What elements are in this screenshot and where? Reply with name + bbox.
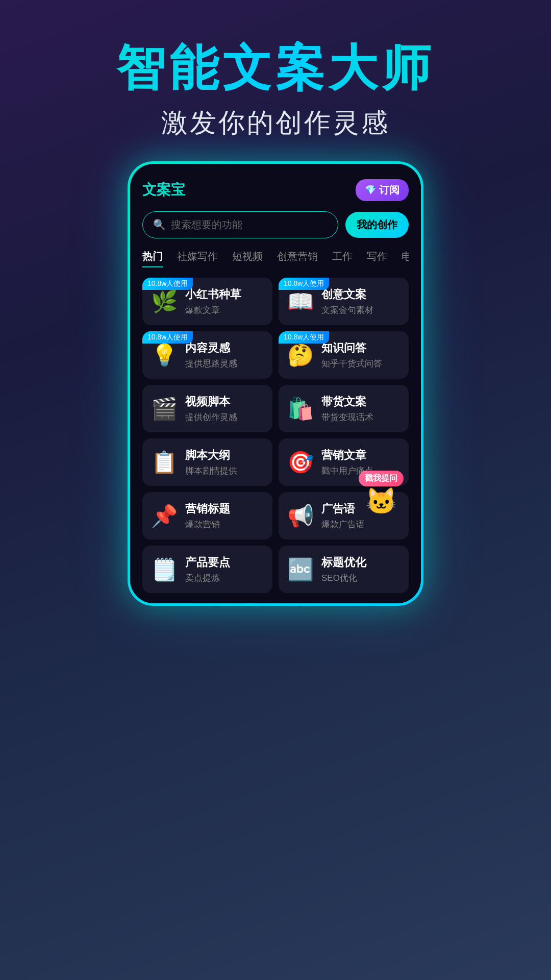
item-icon: 🎬	[151, 396, 178, 421]
list-item[interactable]: 📌 营销标题 爆款营销	[142, 492, 272, 540]
item-text: 带货文案 带货变现话术	[321, 394, 400, 423]
category-tabs: 热门 社媒写作 短视频 创意营销 工作 写作 电商	[142, 250, 409, 267]
usage-badge: 10.8w人使用	[142, 331, 193, 344]
item-text: 标题优化 SEO优化	[321, 555, 400, 584]
ask-me-badge[interactable]: 戳我提问	[359, 471, 404, 486]
app-header: 文案宝 💎 订阅	[142, 179, 409, 201]
tab-video[interactable]: 短视频	[232, 250, 263, 267]
main-title: 智能文案大师	[0, 41, 551, 95]
app-logo: 文案宝	[142, 180, 185, 200]
cat-mascot: 🐱	[359, 488, 404, 514]
item-desc: 提供思路灵感	[185, 358, 264, 370]
item-title: 内容灵感	[185, 340, 264, 356]
item-text: 营销标题 爆款营销	[185, 501, 264, 530]
tab-creative[interactable]: 创意营销	[277, 250, 318, 267]
diamond-icon: 💎	[365, 184, 376, 195]
search-placeholder: 搜索想要的功能	[171, 218, 242, 232]
item-desc: 爆款营销	[185, 519, 264, 530]
tab-social[interactable]: 社媒写作	[177, 250, 218, 267]
list-item[interactable]: 10.8w人使用 💡 内容灵感 提供思路灵感	[142, 331, 272, 379]
list-item[interactable]: 🗒️ 产品要点 卖点提炼	[142, 546, 272, 593]
list-item[interactable]: 📋 脚本大纲 脚本剧情提供	[142, 438, 272, 486]
item-title: 标题优化	[321, 555, 400, 570]
item-icon: 🎯	[287, 450, 314, 475]
item-icon: 🤔	[287, 342, 314, 368]
tab-writing[interactable]: 写作	[367, 250, 387, 267]
list-item[interactable]: 🔤 标题优化 SEO优化	[279, 546, 409, 593]
item-icon: 📋	[151, 450, 178, 475]
subscribe-button[interactable]: 💎 订阅	[356, 179, 409, 201]
usage-badge: 10.8w人使用	[142, 278, 193, 290]
item-title: 营销文章	[321, 448, 400, 463]
item-text: 创意文案 文案金句素材	[321, 287, 400, 316]
sub-title: 激发你的创作灵感	[0, 105, 551, 141]
item-title: 小红书种草	[185, 287, 264, 302]
list-item[interactable]: 📢 广告语 爆款广告语 戳我提问 🐱	[279, 492, 409, 540]
item-desc: 知乎干货式问答	[321, 358, 400, 370]
item-title: 产品要点	[185, 555, 264, 570]
item-icon: 📖	[287, 289, 314, 314]
my-creation-button[interactable]: 我的创作	[345, 212, 409, 238]
list-item[interactable]: 10.8w人使用 📖 创意文案 文案金句素材	[279, 278, 409, 325]
item-text: 内容灵感 提供思路灵感	[185, 340, 264, 370]
item-icon: 🔤	[287, 557, 314, 582]
subscribe-label: 订阅	[379, 183, 399, 197]
search-icon: 🔍	[153, 218, 166, 231]
list-item[interactable]: 10.8w人使用 🤔 知识问答 知乎干货式问答	[279, 331, 409, 379]
phone-inner: 文案宝 💎 订阅 🔍 搜索想要的功能 我的创作 热门 社媒写作 短视频 创意营销…	[130, 164, 421, 603]
grid-container: 10.8w人使用 🌿 小红书种草 爆款文章 10.8w人使用 📖 创意文案 文案…	[142, 278, 409, 593]
usage-badge: 10.8w人使用	[279, 278, 329, 290]
item-title: 脚本大纲	[185, 448, 264, 463]
item-desc: SEO优化	[321, 572, 400, 584]
list-item[interactable]: 🎬 视频脚本 提供创作灵感	[142, 385, 272, 432]
tab-ecommerce[interactable]: 电商	[402, 250, 409, 267]
item-title: 带货文案	[321, 394, 400, 409]
item-desc: 爆款文章	[185, 304, 264, 316]
header-section: 智能文案大师 激发你的创作灵感	[0, 0, 551, 161]
item-desc: 带货变现话术	[321, 411, 400, 423]
list-item[interactable]: 🛍️ 带货文案 带货变现话术	[279, 385, 409, 432]
item-desc: 文案金句素材	[321, 304, 400, 316]
item-text: 视频脚本 提供创作灵感	[185, 394, 264, 423]
item-text: 产品要点 卖点提炼	[185, 555, 264, 584]
search-bar[interactable]: 🔍 搜索想要的功能	[142, 211, 338, 238]
item-icon: 🌿	[151, 289, 178, 314]
item-title: 创意文案	[321, 287, 400, 302]
item-text: 脚本大纲 脚本剧情提供	[185, 448, 264, 477]
phone-container: 文案宝 💎 订阅 🔍 搜索想要的功能 我的创作 热门 社媒写作 短视频 创意营销…	[128, 161, 423, 606]
item-icon: 💡	[151, 342, 178, 368]
item-text: 知识问答 知乎干货式问答	[321, 340, 400, 370]
item-icon: 🛍️	[287, 396, 314, 421]
item-desc: 爆款广告语	[321, 519, 400, 530]
item-title: 营销标题	[185, 501, 264, 517]
item-desc: 卖点提炼	[185, 572, 264, 584]
item-icon: 📌	[151, 503, 178, 528]
usage-badge: 10.8w人使用	[279, 331, 329, 344]
tab-hot[interactable]: 热门	[142, 250, 163, 267]
item-desc: 脚本剧情提供	[185, 465, 264, 477]
item-icon: 🗒️	[151, 557, 178, 582]
item-icon: 📢	[287, 503, 314, 528]
tab-work[interactable]: 工作	[332, 250, 353, 267]
item-text: 小红书种草 爆款文章	[185, 287, 264, 316]
item-title: 知识问答	[321, 340, 400, 356]
item-desc: 提供创作灵感	[185, 411, 264, 423]
search-row: 🔍 搜索想要的功能 我的创作	[142, 211, 409, 238]
item-title: 视频脚本	[185, 394, 264, 409]
list-item[interactable]: 10.8w人使用 🌿 小红书种草 爆款文章	[142, 278, 272, 325]
